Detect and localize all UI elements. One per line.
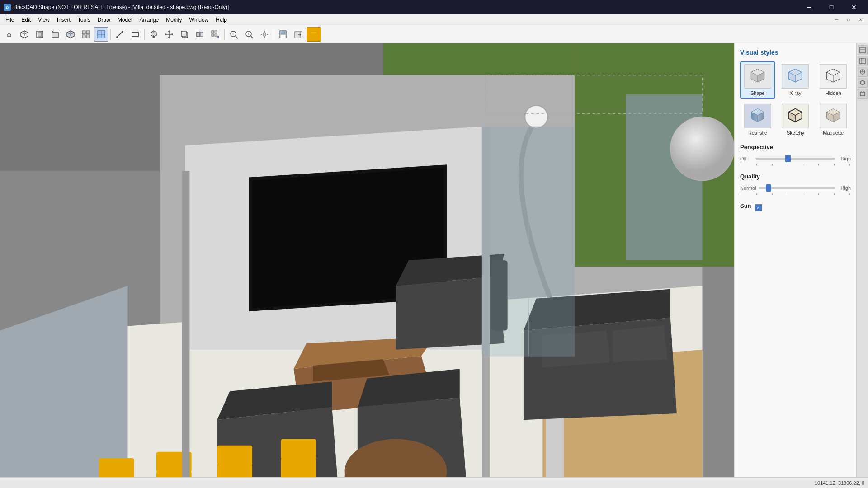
svg-rect-23 (215, 31, 217, 33)
sun-row: Sun ✓ (740, 202, 851, 213)
main-layout: ✕ Visual styles Shape (0, 43, 868, 477)
toolbar-mirror[interactable] (193, 27, 207, 42)
sep2 (144, 29, 145, 40)
svg-point-88 (670, 117, 734, 180)
svg-marker-65 (613, 325, 667, 362)
style-sketchy[interactable]: Sketchy (778, 101, 813, 138)
app-icon: B (4, 4, 11, 11)
svg-point-13 (116, 36, 118, 38)
menu-insert[interactable]: Insert (53, 16, 74, 24)
close-icon[interactable]: ✕ (855, 16, 866, 23)
toolbar-material[interactable] (307, 27, 321, 42)
toolbar-bim-export[interactable] (291, 27, 306, 42)
menu-draw[interactable]: Draw (94, 16, 114, 24)
toolbar-copy[interactable] (177, 27, 192, 42)
close-button[interactable]: ✕ (844, 0, 864, 14)
perspective-slider-container[interactable] (755, 154, 835, 163)
toolbar-home[interactable]: ⌂ (2, 27, 16, 42)
toolbar-cube[interactable] (17, 27, 32, 42)
svg-rect-35 (284, 31, 285, 33)
style-maquette[interactable]: Maquette (816, 101, 851, 138)
right-tab-1[interactable] (858, 45, 868, 55)
toolbar-3d[interactable] (63, 27, 78, 42)
toolbar-pushpull[interactable] (146, 27, 161, 42)
sun-section: Sun ✓ (740, 202, 851, 213)
svg-text:+: + (248, 32, 250, 36)
menu-bar: File Edit View Insert Tools Draw Model A… (0, 14, 868, 25)
window-title: BricsCAD Shape (NOT FOR RESALE License) … (14, 4, 229, 10)
toolbar-rect[interactable] (128, 27, 142, 42)
quality-max-label: High (838, 185, 851, 191)
menu-view[interactable]: View (34, 16, 53, 24)
perspective-slider-row: Off High (740, 154, 851, 163)
perspective-max-label: High (838, 156, 851, 161)
menu-help[interactable]: Help (212, 16, 231, 24)
menu-model[interactable]: Model (114, 16, 136, 24)
svg-line-12 (117, 32, 123, 37)
right-tab-2[interactable] (858, 56, 868, 66)
svg-rect-25 (215, 34, 217, 36)
minimize-button[interactable]: ─ (798, 0, 819, 14)
viewport[interactable]: ✕ (0, 43, 734, 477)
toolbar-move[interactable] (162, 27, 176, 42)
style-thumb-realistic (744, 104, 771, 128)
toolbar-viewport-mgr[interactable] (94, 27, 108, 42)
visual-styles-panel: Visual styles Shape (735, 43, 856, 477)
svg-rect-15 (132, 32, 138, 37)
menu-window[interactable]: Window (186, 16, 212, 24)
svg-rect-7 (82, 35, 85, 38)
scene-canvas (0, 43, 734, 477)
style-realistic[interactable]: Realistic (740, 101, 775, 138)
svg-line-31 (251, 36, 253, 38)
svg-rect-79 (281, 458, 316, 477)
toolbar-pan[interactable] (257, 27, 272, 42)
svg-rect-77 (217, 465, 252, 477)
quality-ticks (740, 193, 851, 195)
style-label-maquette: Maquette (823, 130, 844, 136)
perspective-title: Perspective (740, 144, 851, 150)
svg-rect-118 (860, 58, 865, 64)
menu-edit[interactable]: Edit (18, 16, 34, 24)
toolbar-zoom-window[interactable]: + (226, 27, 241, 42)
status-coords: 10141.12, 31806.22, 0 (815, 480, 864, 486)
sep1 (110, 29, 111, 40)
right-tab-4[interactable] (858, 78, 868, 88)
svg-rect-1 (38, 33, 42, 36)
style-xray[interactable]: X-ray (778, 61, 813, 99)
title-left: B BricsCAD Shape (NOT FOR RESALE License… (4, 4, 229, 11)
style-shape[interactable]: Shape (740, 61, 775, 99)
toolbar-bim-save[interactable] (276, 27, 290, 42)
quality-min-label: Normal (740, 185, 756, 191)
minimize-icon[interactable]: ─ (831, 16, 842, 23)
style-hidden[interactable]: Hidden (816, 61, 851, 99)
svg-rect-78 (217, 446, 252, 466)
style-thumb-hidden (820, 64, 847, 89)
toolbar-array[interactable] (208, 27, 222, 42)
svg-rect-20 (181, 31, 186, 36)
maximize-button[interactable]: □ (821, 0, 842, 14)
status-bar: 10141.12, 31806.22, 0 (0, 477, 868, 488)
menu-tools[interactable]: Tools (74, 16, 94, 24)
quality-slider-container[interactable] (759, 183, 835, 192)
menu-modify[interactable]: Modify (162, 16, 185, 24)
restore-icon[interactable]: □ (844, 16, 854, 23)
perspective-slider[interactable] (755, 158, 835, 160)
right-tab-3[interactable] (858, 67, 868, 77)
menu-file[interactable]: File (2, 16, 18, 24)
style-thumb-shape (744, 64, 771, 89)
right-panel: Visual styles Shape (734, 43, 856, 477)
quality-slider[interactable] (759, 187, 835, 189)
toolbar-zoom-rt[interactable]: + (242, 27, 256, 42)
toolbar-front[interactable] (48, 27, 62, 42)
right-tab-5[interactable] (858, 89, 868, 99)
toolbar-top[interactable] (33, 27, 47, 42)
svg-rect-22 (212, 31, 214, 33)
toolbar-line[interactable] (113, 27, 127, 42)
sun-checkbox[interactable]: ✓ (755, 204, 762, 211)
quality-section: Quality Normal High (740, 173, 851, 195)
svg-line-28 (236, 36, 238, 38)
svg-rect-74 (99, 458, 134, 477)
toolbar-named-views[interactable] (79, 27, 93, 42)
menu-arrange[interactable]: Arrange (136, 16, 163, 24)
style-label-realistic: Realistic (748, 130, 767, 136)
